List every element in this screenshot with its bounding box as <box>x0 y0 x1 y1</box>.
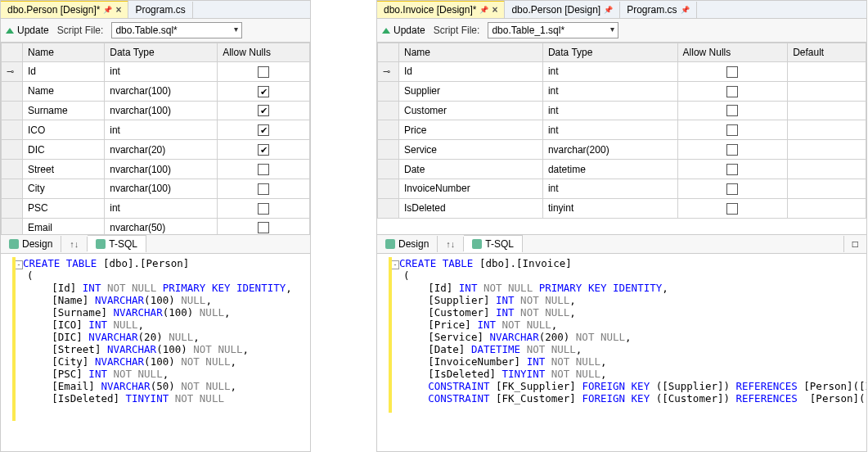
cell-allow-nulls[interactable] <box>677 140 788 160</box>
row-selector[interactable] <box>2 198 23 218</box>
col-type[interactable]: Data Type <box>105 43 218 62</box>
cell-allow-nulls[interactable] <box>218 62 310 82</box>
tab-program[interactable]: Program.cs 📌 <box>620 2 696 18</box>
close-icon[interactable]: × <box>115 4 121 16</box>
table-row[interactable]: Supplierint <box>378 81 866 101</box>
table-row[interactable]: PSCint <box>2 198 310 218</box>
cell-allow-nulls[interactable] <box>677 198 788 218</box>
cell-name[interactable]: City <box>23 179 105 198</box>
table-row[interactable]: ICOint <box>2 120 310 140</box>
row-selector[interactable] <box>2 140 23 160</box>
cell-default[interactable] <box>788 140 866 160</box>
cell-name[interactable]: Email <box>23 218 105 233</box>
row-selector[interactable] <box>2 160 23 179</box>
cell-type[interactable]: int <box>105 62 218 82</box>
cell-type[interactable]: datetime <box>542 160 677 179</box>
close-icon[interactable]: × <box>492 4 497 16</box>
cell-type[interactable]: nvarchar(100) <box>105 81 218 101</box>
col-type[interactable]: Data Type <box>542 43 677 62</box>
row-selector[interactable] <box>378 179 399 198</box>
cell-type[interactable]: int <box>542 62 677 82</box>
row-selector[interactable]: ⊸ <box>378 62 399 82</box>
update-button[interactable]: Update <box>6 25 49 36</box>
cell-type[interactable]: int <box>105 120 218 140</box>
table-row[interactable]: IsDeletedtinyint <box>378 198 866 218</box>
cell-type[interactable]: nvarchar(200) <box>542 140 677 160</box>
col-default[interactable]: Default <box>788 43 866 62</box>
cell-default[interactable] <box>788 179 866 198</box>
col-name[interactable]: Name <box>23 43 105 62</box>
cell-name[interactable]: IsDeleted <box>399 198 543 218</box>
table-row[interactable]: Customerint <box>378 101 866 120</box>
table-row[interactable]: DICnvarchar(20) <box>2 140 310 160</box>
table-row[interactable]: Citynvarchar(100) <box>2 179 310 198</box>
table-row[interactable]: Datedatetime <box>378 160 866 179</box>
cell-default[interactable] <box>788 62 866 82</box>
cell-allow-nulls[interactable] <box>677 120 788 140</box>
pin-icon[interactable]: 📌 <box>681 6 690 14</box>
checkbox[interactable] <box>258 222 269 233</box>
cell-type[interactable]: tinyint <box>542 198 677 218</box>
tab-invoice-design[interactable]: dbo.Invoice [Design]* 📌 × <box>377 0 505 18</box>
table-row[interactable]: ⊸Idint <box>2 62 310 82</box>
script-file-dropdown[interactable]: dbo.Table_1.sql* <box>488 22 618 38</box>
checkbox[interactable] <box>258 203 269 215</box>
cell-default[interactable] <box>788 160 866 179</box>
cell-allow-nulls[interactable] <box>677 179 788 198</box>
checkbox[interactable] <box>726 105 738 116</box>
cell-type[interactable]: int <box>542 81 677 101</box>
cell-name[interactable]: InvoiceNumber <box>399 179 543 198</box>
cell-name[interactable]: Service <box>399 140 543 160</box>
cell-type[interactable]: nvarchar(100) <box>105 179 218 198</box>
cell-name[interactable]: Id <box>23 62 105 82</box>
swap-button[interactable]: ↑↓ <box>61 237 88 251</box>
checkbox[interactable] <box>726 144 738 156</box>
cell-type[interactable]: int <box>542 120 677 140</box>
cell-default[interactable] <box>788 81 866 101</box>
col-name[interactable]: Name <box>399 43 543 62</box>
cell-name[interactable]: Customer <box>399 101 543 120</box>
cell-allow-nulls[interactable] <box>677 160 788 179</box>
cell-allow-nulls[interactable] <box>677 81 788 101</box>
checkbox[interactable] <box>258 164 269 175</box>
cell-default[interactable] <box>788 120 866 140</box>
cell-name[interactable]: PSC <box>23 198 105 218</box>
tab-program[interactable]: Program.cs <box>128 2 192 18</box>
checkbox[interactable] <box>726 164 738 175</box>
pin-icon[interactable]: 📌 <box>479 6 488 14</box>
cell-name[interactable]: Price <box>399 120 543 140</box>
cell-name[interactable]: Surname <box>23 101 105 120</box>
swap-button[interactable]: ↑↓ <box>438 237 464 251</box>
table-row[interactable]: ⊸Idint <box>378 62 866 82</box>
table-row[interactable]: Namenvarchar(100) <box>2 81 310 101</box>
checkbox[interactable] <box>726 66 738 78</box>
cell-type[interactable]: nvarchar(100) <box>105 160 218 179</box>
cell-allow-nulls[interactable] <box>218 179 310 198</box>
cell-type[interactable]: nvarchar(100) <box>105 101 218 120</box>
cell-name[interactable]: Date <box>399 160 543 179</box>
cell-type[interactable]: int <box>105 198 218 218</box>
checkbox[interactable] <box>726 124 738 136</box>
row-selector[interactable] <box>378 160 399 179</box>
tab-design[interactable]: Design <box>377 236 438 252</box>
pin-icon[interactable]: 📌 <box>604 6 613 14</box>
row-selector[interactable]: ⊸ <box>2 62 23 82</box>
cell-allow-nulls[interactable] <box>218 140 310 160</box>
table-row[interactable]: Servicenvarchar(200) <box>378 140 866 160</box>
expand-button[interactable]: □ <box>843 236 866 252</box>
row-selector[interactable] <box>378 81 399 101</box>
table-row[interactable]: Priceint <box>378 120 866 140</box>
sql-editor[interactable]: -CREATE TABLE [dbo].[Person] ( [Id] INT … <box>1 254 310 452</box>
cell-name[interactable]: DIC <box>23 140 105 160</box>
row-selector[interactable] <box>2 120 23 140</box>
row-selector[interactable] <box>2 179 23 198</box>
cell-allow-nulls[interactable] <box>218 120 310 140</box>
cell-name[interactable]: Street <box>23 160 105 179</box>
checkbox[interactable] <box>726 86 738 97</box>
cell-name[interactable]: Name <box>23 81 105 101</box>
row-selector[interactable] <box>2 101 23 120</box>
tab-tsql[interactable]: T-SQL <box>88 235 146 252</box>
cell-allow-nulls[interactable] <box>218 160 310 179</box>
checkbox[interactable] <box>258 144 269 156</box>
table-row[interactable]: Surnamenvarchar(100) <box>2 101 310 120</box>
